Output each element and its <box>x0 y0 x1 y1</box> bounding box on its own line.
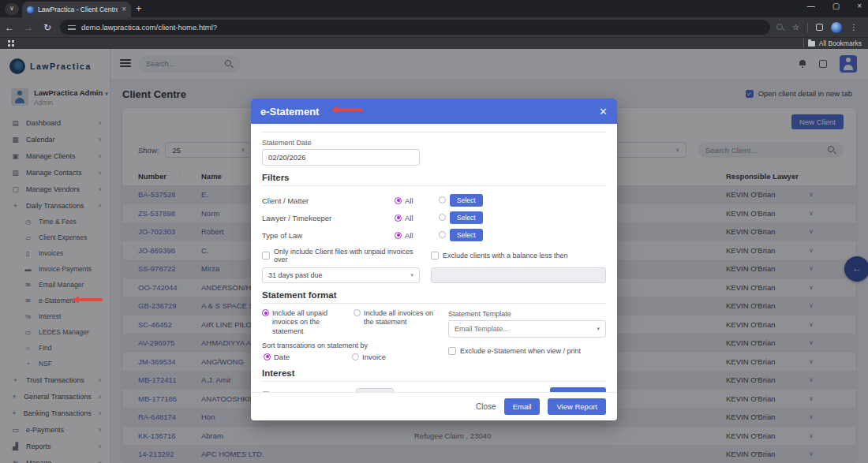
filter-row-lawyer-timekeeper: Lawyer / TimekeeperAllSelect <box>262 209 606 226</box>
close-button[interactable]: Close <box>476 402 496 411</box>
filter-all-label: All <box>405 196 413 205</box>
close-window-button[interactable]: × <box>857 2 862 10</box>
filter-select-option[interactable]: Select <box>439 229 606 241</box>
sort-invoice-label: Invoice <box>362 353 386 361</box>
favicon <box>27 6 34 13</box>
all-bookmarks-label[interactable]: All Bookmarks <box>819 39 862 47</box>
radio-selected-icon[interactable] <box>264 353 271 360</box>
unpaid-days-value: 31 days past due <box>268 271 323 279</box>
chevron-down-icon: ▾ <box>410 272 413 278</box>
browser-menu-icon[interactable]: ⋮ <box>850 23 858 32</box>
radio-selected-icon[interactable] <box>395 232 402 239</box>
exclude-balance-checkbox-row[interactable]: Exclude clients with a balance less then <box>431 252 606 260</box>
exclude-balance-checkbox[interactable] <box>431 252 439 260</box>
radio-icon[interactable] <box>439 231 446 238</box>
filter-all-option[interactable]: All <box>395 214 439 222</box>
tab-close-icon[interactable]: × <box>122 6 126 13</box>
filter-all-label: All <box>405 214 413 222</box>
address-bar[interactable]: demo.lawpractica.com/client-home.html? <box>60 20 770 35</box>
format-all-label: Include all invoices on the statement <box>364 309 440 336</box>
bookmarks-divider <box>803 39 804 48</box>
zoom-icon[interactable] <box>776 24 784 32</box>
unpaid-days-select[interactable]: 31 days past due ▾ <box>262 267 420 283</box>
sort-label: Sort transcations on statement by <box>262 342 437 349</box>
radio-selected-icon[interactable] <box>262 309 269 316</box>
unpaid-filter-checkbox-row[interactable]: Only include Client files with unpaid in… <box>262 248 420 263</box>
modal-header: e-Statement ✕ <box>251 99 617 124</box>
filter-all-option[interactable]: All <box>395 231 439 240</box>
format-section-title: Statement format <box>262 290 606 304</box>
format-all-option[interactable]: Include all invoices on the statement <box>354 309 440 336</box>
radio-icon[interactable] <box>352 353 359 360</box>
filters-section-title: Filters <box>262 173 606 186</box>
extensions-icon[interactable] <box>816 24 823 31</box>
filter-row-type-of-law: Type of LawAllSelect <box>262 226 606 244</box>
e-statement-modal: e-Statement ✕ Statement Date Filters Cli… <box>251 99 617 420</box>
tab-strip: ∨ LawPractica - Client Centre × + — ▢ × <box>0 0 868 17</box>
red-arrow-annotation-modal <box>338 108 363 111</box>
modal-title: e-Statement <box>260 106 319 118</box>
exclude-view-print-label: Exclude e-Statement when view / print <box>460 347 581 355</box>
filter-select-option[interactable]: Select <box>439 211 606 224</box>
reload-icon[interactable]: ↻ <box>38 22 57 33</box>
exclude-balance-label: Exclude clients with a balance less then <box>443 252 568 260</box>
statement-date-input[interactable] <box>262 149 420 166</box>
interest-section-title: Interest <box>262 368 606 382</box>
bookmark-star-icon[interactable]: ☆ <box>792 23 799 32</box>
back-icon[interactable]: ← <box>0 22 19 33</box>
url-text: demo.lawpractica.com/client-home.html? <box>81 23 217 32</box>
radio-icon[interactable] <box>439 196 446 203</box>
filter-row-client-matter: Client / MatterAllSelect <box>262 192 606 209</box>
toolbar-divider <box>807 23 808 32</box>
format-unpaid-option[interactable]: Include all unpaid invoices on the state… <box>262 309 350 336</box>
browser-chrome: ∨ LawPractica - Client Centre × + — ▢ × … <box>0 0 868 49</box>
exclude-view-print-checkbox[interactable] <box>448 347 456 355</box>
browser-tab[interactable]: LawPractica - Client Centre × <box>22 2 131 17</box>
email-button[interactable]: Email <box>504 398 541 415</box>
chevron-down-icon: ▾ <box>597 326 600 332</box>
radio-icon[interactable] <box>439 214 446 221</box>
new-tab-button[interactable]: + <box>136 3 142 14</box>
statement-date-label: Statement Date <box>262 139 606 147</box>
filter-all-option[interactable]: All <box>395 196 439 205</box>
format-unpaid-label: Include all unpaid invoices on the state… <box>272 309 350 336</box>
exclude-view-print-row[interactable]: Exclude e-Statement when view / print <box>448 347 606 355</box>
exclude-balance-input[interactable] <box>431 267 606 283</box>
filter-all-label: All <box>405 231 413 240</box>
template-select[interactable]: Email Template... ▾ <box>448 320 606 338</box>
filter-select-option[interactable]: Select <box>439 194 606 207</box>
minimize-button[interactable]: — <box>807 2 815 10</box>
template-label: Statement Template <box>448 310 606 318</box>
browser-profile-icon[interactable] <box>831 22 842 33</box>
bookmarks-bar: All Bookmarks <box>0 37 868 49</box>
site-settings-icon[interactable] <box>68 24 76 31</box>
select-button[interactable]: Select <box>450 211 483 224</box>
sort-invoice-option[interactable]: Invoice <box>352 353 439 361</box>
filter-label: Lawyer / Timekeeper <box>262 214 395 222</box>
tab-title: LawPractica - Client Centre <box>38 6 118 13</box>
radio-selected-icon[interactable] <box>395 197 402 204</box>
template-value: Email Template... <box>455 325 509 333</box>
unpaid-filter-label: Only include Client files with unpaid in… <box>274 248 420 263</box>
radio-icon[interactable] <box>354 309 361 316</box>
view-report-button[interactable]: View Report <box>548 398 606 415</box>
folder-icon <box>808 41 815 47</box>
filter-rows: Client / MatterAllSelectLawyer / Timekee… <box>262 192 606 244</box>
sort-date-option[interactable]: Date <box>264 353 352 361</box>
modal-footer: Close Email View Report <box>251 392 617 420</box>
sort-date-label: Date <box>274 353 290 361</box>
divider <box>262 132 606 133</box>
forward-icon[interactable]: → <box>19 22 38 33</box>
close-icon[interactable]: ✕ <box>599 106 608 118</box>
select-button[interactable]: Select <box>450 229 483 241</box>
filter-label: Type of Law <box>262 231 395 240</box>
maximize-button[interactable]: ▢ <box>832 2 840 10</box>
radio-selected-icon[interactable] <box>395 215 402 222</box>
select-button[interactable]: Select <box>450 194 483 207</box>
red-arrow-annotation-sidebar <box>79 298 103 301</box>
apps-grid-icon[interactable] <box>8 40 10 43</box>
browser-toolbar: ← → ↻ demo.lawpractica.com/client-home.h… <box>0 17 868 37</box>
unpaid-filter-checkbox[interactable] <box>262 252 270 260</box>
filter-label: Client / Matter <box>262 196 395 205</box>
tab-search-icon[interactable]: ∨ <box>5 3 19 15</box>
